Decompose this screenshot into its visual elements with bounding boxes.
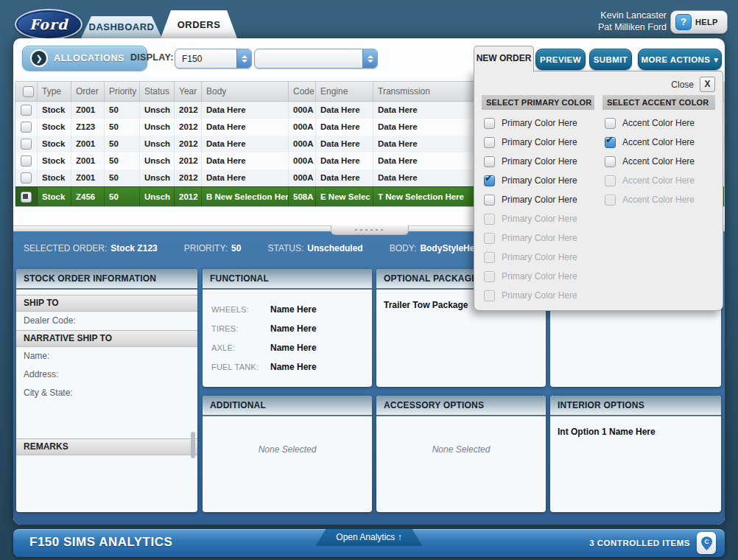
cell-engine: Data Here [316, 136, 373, 153]
checkbox-icon[interactable] [605, 156, 616, 167]
primary-color-option[interactable]: Primary Color Here [482, 113, 594, 133]
location-pin-button[interactable]: C [697, 532, 716, 554]
checkbox-icon [605, 175, 616, 186]
row-checkbox[interactable] [21, 105, 32, 116]
row-checkbox-cell [15, 102, 38, 119]
allocations-button[interactable]: ❯ ALLOCATIONS [22, 46, 147, 71]
functional-panel: FUNCTIONAL WHEELS:Name HereTIRES:Name He… [203, 269, 372, 387]
select-all-checkbox-cell [15, 82, 38, 101]
analytics-bar: F150 SIMS ANALYTICS Open Analytics ↑ 3 C… [13, 529, 725, 557]
cell-priority: 50 [105, 102, 140, 119]
more-actions-button[interactable]: MORE ACTIONS ▾ [638, 49, 722, 70]
accent-color-header: SELECT ACCENT COLOR [602, 95, 715, 110]
checkbox-icon[interactable] [605, 118, 616, 129]
close-icon[interactable]: X [700, 77, 715, 92]
color-option-label: Primary Color Here [502, 214, 577, 224]
cell-order: Z001 [71, 102, 105, 119]
vehicle-select[interactable]: F150 [175, 49, 252, 69]
column-header: Type [38, 82, 71, 101]
open-analytics-button[interactable]: Open Analytics ↑ [315, 529, 422, 546]
checkbox-icon [484, 271, 495, 282]
cell-code: 000A [289, 136, 316, 153]
help-button[interactable]: ? HELP [670, 10, 728, 34]
help-label: HELP [695, 18, 718, 27]
functional-rows: WHEELS:Name HereTIRES:Name HereAXLE:Name… [203, 290, 372, 377]
checkbox-icon[interactable] [484, 195, 495, 206]
primary-color-option[interactable]: Primary Color Here [482, 152, 594, 171]
checkbox-icon[interactable]: ✔ [484, 175, 495, 186]
secondary-select[interactable] [254, 49, 378, 69]
tab-orders[interactable]: ORDERS [161, 10, 237, 38]
accent-color-option[interactable]: Accent Color Here [602, 152, 715, 171]
cell-body: Data Here [202, 169, 289, 186]
checkbox-icon[interactable] [484, 137, 495, 148]
row-checkbox[interactable] [21, 155, 32, 167]
panel-title: FUNCTIONAL [203, 269, 372, 290]
color-option-label: Accent Color Here [622, 175, 695, 186]
stepper-icon [236, 49, 251, 68]
primary-color-list: Primary Color HerePrimary Color HerePrim… [482, 113, 594, 305]
functional-row: WHEELS:Name Here [203, 300, 372, 319]
checkbox-icon[interactable] [484, 156, 495, 167]
cell-status: Unsch [140, 169, 175, 186]
close-label[interactable]: Close [671, 80, 694, 90]
chevron-right-icon: ❯ [30, 49, 48, 67]
functional-label: TIRES: [211, 319, 270, 338]
row-checkbox[interactable] [21, 192, 32, 203]
primary-color-option: Primary Color Here [482, 248, 594, 267]
color-option-label: Primary Color Here [502, 175, 577, 186]
accessory-options-panel: ACCESSORY OPTIONS None Selected [376, 396, 546, 512]
city-state-label: City & State: [16, 384, 197, 402]
cell-body: Data Here [202, 136, 289, 153]
controlled-items-group: 3 CONTROLLED ITEMS C [589, 529, 716, 557]
column-header: Engine [316, 82, 373, 101]
tab-new-order[interactable]: NEW ORDER [474, 46, 534, 72]
primary-color-option[interactable]: ✔Primary Color Here [482, 171, 594, 190]
column-header: Year [175, 82, 202, 101]
row-checkbox[interactable] [21, 139, 32, 150]
primary-color-option[interactable]: Primary Color Here [482, 190, 594, 209]
color-option-label: Accent Color Here [622, 118, 695, 128]
checkbox-icon[interactable]: ✔ [605, 137, 616, 148]
empty-state-text: None Selected [376, 444, 546, 455]
user-dealer: Pat Milliken Ford [598, 21, 667, 33]
priority-label: PRIORITY: [184, 243, 228, 253]
row-checkbox[interactable] [21, 172, 32, 183]
panel-scrollbar[interactable] [191, 432, 195, 458]
cell-type: Stock [38, 187, 71, 206]
grip-dots-icon [354, 228, 386, 231]
cell-year: 2012 [175, 136, 202, 153]
checkbox-icon[interactable] [484, 118, 495, 129]
accent-color-option[interactable]: Accent Color Here [602, 113, 715, 133]
cell-priority: 50 [105, 153, 140, 169]
row-checkbox-cell [15, 187, 38, 206]
remarks-header: REMARKS [16, 438, 197, 455]
row-checkbox[interactable] [21, 122, 32, 133]
primary-color-option: Primary Color Here [482, 267, 594, 286]
additional-panel: ADDITIONAL None Selected [203, 396, 372, 512]
primary-color-option[interactable]: Primary Color Here [482, 133, 594, 152]
accent-color-option[interactable]: ✔Accent Color Here [602, 133, 715, 152]
functional-value: Name Here [270, 300, 317, 319]
cell-code: 000A [289, 119, 316, 136]
cell-engine: Data Here [316, 169, 373, 186]
panel-title: ADDITIONAL [203, 396, 372, 416]
selected-order-bar: SELECTED ORDER:Stock Z123 PRIORITY:50 ST… [24, 243, 483, 253]
cell-engine: Data Here [316, 119, 373, 136]
tab-dashboard[interactable]: DASHBOARD [81, 16, 162, 38]
functional-label: FUEL TANK: [211, 357, 270, 377]
preview-button[interactable]: PREVIEW [535, 49, 586, 70]
color-option-label: Primary Color Here [502, 252, 577, 262]
submit-button[interactable]: SUBMIT [589, 49, 632, 70]
checkbox-icon [484, 290, 495, 301]
checkbox-icon [484, 214, 495, 225]
select-all-checkbox[interactable] [23, 86, 34, 97]
cell-status: Unsch [140, 102, 175, 119]
vehicle-select-value: F150 [175, 54, 236, 64]
cell-body: Data Here [202, 119, 289, 136]
cell-body: B New Selection Here [202, 187, 289, 206]
svg-text:C: C [704, 537, 709, 545]
status-field: STATUS:Unscheduled [267, 243, 362, 253]
cell-order: Z001 [71, 136, 105, 153]
splitter-handle[interactable] [331, 225, 409, 235]
